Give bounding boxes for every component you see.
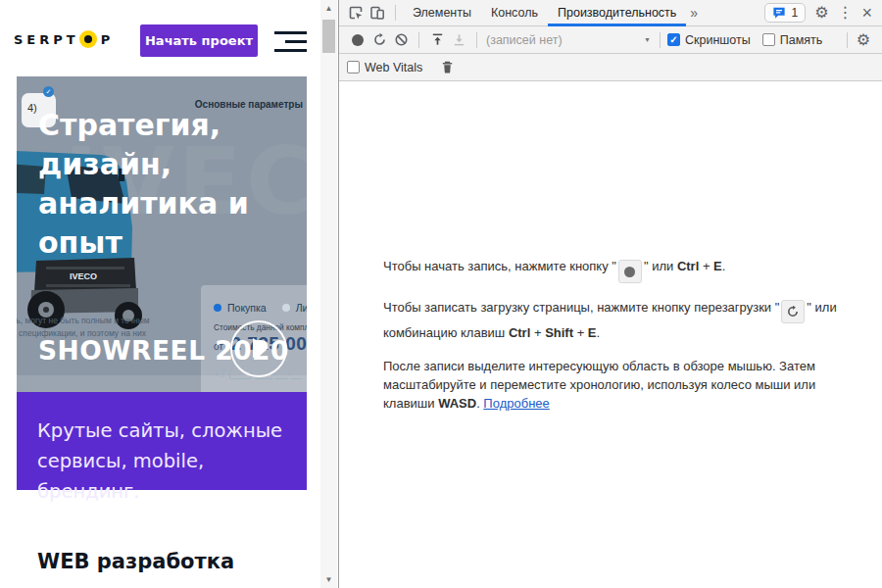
burger-line — [285, 40, 307, 43]
logo-dot-icon — [84, 35, 92, 43]
tab-console[interactable]: Консоль — [481, 0, 548, 26]
site-preview-pane: SERPT P Начать проект IVECO — [0, 0, 338, 588]
screenshots-checkbox[interactable]: ✓ — [667, 33, 680, 46]
record-icon — [352, 34, 364, 46]
radio-lease-unselected[interactable] — [282, 304, 290, 312]
disclaimer-line: сь, могут не быть полным и точным — [17, 315, 150, 327]
page-scrollbar[interactable]: ▲ ▼ — [320, 0, 337, 588]
key-e: E — [713, 259, 722, 273]
memory-label[interactable]: Память — [780, 33, 823, 47]
close-devtools-icon[interactable]: × — [861, 4, 872, 22]
learn-more-link[interactable]: Подробнее — [483, 396, 549, 411]
inline-record-button-icon — [618, 260, 642, 283]
banner-line: сервисы, mobile, брендинг. — [37, 446, 307, 507]
divider — [660, 32, 661, 48]
site-header: SERPT P Начать проект — [0, 0, 320, 76]
text: " или — [644, 259, 677, 273]
burger-line — [274, 31, 307, 34]
key-ctrl: Ctrl — [677, 259, 699, 273]
radio-buy-selected[interactable] — [214, 304, 221, 312]
text: + — [530, 325, 545, 340]
issues-count: 1 — [791, 6, 798, 20]
more-tabs-icon[interactable]: » — [690, 5, 698, 21]
tab-performance[interactable]: Производительность — [548, 0, 686, 26]
play-icon — [253, 338, 269, 358]
instruction-record: Чтобы начать запись, нажмите кнопку "" и… — [383, 257, 838, 284]
web-vitals-label[interactable]: Web Vitals — [365, 61, 422, 74]
start-project-button[interactable]: Начать проект — [140, 24, 258, 57]
play-button[interactable] — [230, 320, 287, 377]
menu-dots-icon[interactable]: ⋮ — [837, 5, 853, 21]
record-button[interactable] — [347, 29, 368, 51]
headline-line: опыт — [38, 223, 249, 263]
clear-button[interactable] — [390, 29, 412, 51]
key-e: E — [588, 325, 597, 340]
memory-checkbox[interactable] — [762, 33, 775, 46]
radio-buy-label[interactable]: Покупка — [227, 302, 267, 314]
scrollbar-thumb[interactable] — [322, 20, 335, 53]
text: + — [573, 325, 588, 340]
text: Чтобы записать загрузку страницы, нажмит… — [383, 300, 779, 315]
verified-badge-icon: ✓ — [43, 86, 54, 97]
section-heading: WEB разработка — [37, 550, 234, 573]
issues-bubble-icon — [772, 7, 786, 20]
headline-line: аналитика и — [38, 184, 249, 223]
text: . — [722, 259, 726, 273]
divider — [418, 32, 419, 48]
key-shift: Shift — [545, 325, 573, 340]
scroll-down-icon[interactable]: ▼ — [320, 575, 337, 584]
avatar-glyph: 4) — [27, 102, 37, 114]
record-and-reload-button[interactable] — [368, 29, 390, 51]
performance-landing: Чтобы начать запись, нажмите кнопку "" и… — [339, 81, 882, 588]
screen: SERPT P Начать проект IVECO — [0, 0, 882, 588]
text: + — [699, 259, 713, 273]
issues-badge[interactable]: 1 — [764, 3, 806, 23]
instruction-zoom: После записи выделите интересующую облас… — [383, 357, 838, 413]
van-brand-label: IVECO — [70, 271, 97, 281]
webvitals-row: Web Vitals — [339, 54, 882, 81]
banner-line: Крутые сайты, сложные — [37, 416, 307, 446]
divider — [847, 32, 848, 48]
divider — [395, 5, 396, 21]
web-vitals-checkbox[interactable] — [347, 61, 360, 74]
chevron-down-icon: ▼ — [644, 36, 651, 43]
headline-line: дизайн, — [38, 145, 249, 184]
key-wasd: WASD — [438, 396, 476, 411]
key-ctrl: Ctrl — [509, 325, 530, 340]
radio-lease-label[interactable]: Лизинг — [296, 302, 307, 314]
serptop-logo[interactable]: SERPT P — [14, 30, 114, 48]
inspect-element-icon[interactable] — [345, 2, 367, 24]
logo-o-icon — [79, 30, 97, 48]
hero-slide: IVECO IVECO 4) — [17, 76, 307, 392]
text: . — [597, 325, 601, 340]
recordings-dropdown-value: (записей нет) — [486, 33, 563, 47]
devtools-tabbar: Элементы Консоль Производительность » 1 … — [339, 0, 882, 26]
screenshots-label[interactable]: Скриншоты — [685, 33, 751, 47]
logo-text-right: P — [101, 32, 115, 47]
divider — [476, 32, 477, 48]
recordings-dropdown[interactable]: (записей нет) ▼ — [486, 33, 651, 47]
trash-icon[interactable] — [436, 57, 458, 78]
logo-text-left: SERPT — [14, 32, 79, 47]
purple-banner: Крутые сайты, сложные сервисы, mobile, б… — [17, 392, 307, 490]
devtools-panel: Элементы Консоль Производительность » 1 … — [338, 0, 882, 588]
tab-elements[interactable]: Элементы — [403, 0, 481, 26]
instructions: Чтобы начать запись, нажмите кнопку "" и… — [383, 257, 838, 414]
instruction-reload: Чтобы записать загрузку страницы, нажмит… — [383, 298, 838, 342]
scroll-up-icon[interactable]: ▲ — [320, 4, 337, 13]
headline-line: Стратегия, — [38, 106, 249, 145]
save-profile-icon[interactable] — [448, 29, 469, 51]
purchase-type-radios: Покупка Лизинг — [214, 302, 307, 314]
capture-settings-gear-icon[interactable]: ⚙ — [857, 32, 870, 48]
text: Чтобы начать запись, нажмите кнопку " — [383, 259, 616, 273]
device-toolbar-icon[interactable] — [367, 2, 388, 24]
load-profile-icon[interactable] — [426, 29, 448, 51]
settings-gear-icon[interactable]: ⚙ — [814, 5, 828, 21]
inline-reload-button-icon — [781, 300, 805, 323]
performance-toolbar: (записей нет) ▼ ✓ Скриншоты Память ⚙ — [339, 26, 882, 54]
hero-headline: Стратегия, дизайн, аналитика и опыт — [38, 106, 249, 263]
burger-line — [274, 49, 307, 52]
menu-burger-icon[interactable] — [274, 31, 307, 52]
record-icon — [624, 267, 635, 277]
tabbar-right-cluster: 1 ⚙ ⋮ × — [764, 3, 882, 23]
